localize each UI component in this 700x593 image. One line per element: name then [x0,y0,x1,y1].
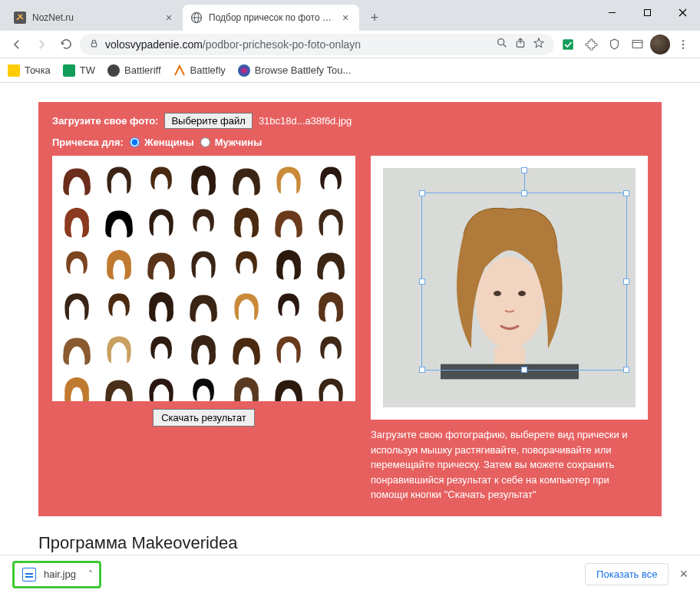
resize-handle[interactable] [521,190,527,196]
resize-handle[interactable] [623,367,629,373]
gender-female-label: Женщины [144,137,194,148]
hair-option[interactable] [226,203,266,242]
resize-handle[interactable] [623,190,629,196]
hair-option[interactable] [312,160,351,199]
hair-option[interactable] [269,245,308,285]
download-chip[interactable]: hair.jpg ˄ [12,561,101,588]
hair-option[interactable] [184,372,223,401]
gender-female-radio[interactable] [130,137,140,147]
resize-handle[interactable] [419,367,425,373]
hair-option[interactable] [142,330,181,369]
hair-option[interactable] [184,203,223,242]
hair-option[interactable] [99,372,138,401]
forward-button[interactable] [31,34,52,55]
hair-option[interactable] [269,160,308,199]
hair-option[interactable] [269,330,308,369]
hair-option[interactable] [142,288,181,327]
hair-option[interactable] [312,330,351,369]
hair-option[interactable] [184,288,223,327]
show-all-downloads-button[interactable]: Показать все [585,563,669,585]
close-icon[interactable]: × [163,12,175,24]
bookmark-item[interactable]: Точка [8,64,51,77]
hair-option[interactable] [226,288,266,327]
choose-file-button[interactable]: Выберите файл [164,113,252,129]
hair-option[interactable] [226,245,266,285]
hair-option[interactable] [57,203,96,242]
bookmark-icon [8,64,20,77]
download-result-button[interactable]: Скачать результат [153,409,255,427]
extension-check-icon[interactable] [557,34,579,55]
hair-option[interactable] [184,160,223,199]
browser-tab-inactive[interactable]: NozNet.ru × [6,5,183,31]
hairstyle-palette[interactable] [52,156,355,401]
hair-option[interactable] [99,245,138,285]
avatar[interactable] [649,34,671,55]
upload-label: Загрузите свое фото: [52,115,158,127]
close-window-button[interactable] [665,0,700,25]
bookmark-icon [238,64,250,77]
reload-button[interactable] [55,34,77,55]
hair-option[interactable] [99,203,138,242]
minimize-button[interactable] [594,0,629,25]
bookmark-item[interactable]: TW [63,64,95,77]
hair-option[interactable] [99,330,138,369]
uploaded-filename: 31bc18d...a38f6d.jpg [259,115,352,127]
hair-option[interactable] [184,245,223,285]
new-tab-button[interactable]: + [364,7,385,28]
hair-option[interactable] [269,372,308,401]
maximize-button[interactable] [629,0,665,25]
photo-canvas[interactable] [383,168,636,407]
lock-icon [89,38,99,51]
hair-option[interactable] [312,288,351,327]
star-icon[interactable] [533,37,545,51]
hair-option[interactable] [57,245,96,285]
hair-option[interactable] [142,245,181,285]
hair-option[interactable] [142,203,181,242]
hair-option[interactable] [184,330,223,369]
close-icon[interactable]: × [339,12,352,24]
resize-handle[interactable] [419,278,425,285]
hair-option[interactable] [57,288,96,327]
address-bar[interactable]: volosvypadenie.com/podbor-prichesok-po-f… [80,34,554,55]
hair-option[interactable] [142,160,181,199]
download-filename: hair.jpg [44,568,76,580]
bookmarks-bar: Точка TW Battleriff Battlefly Browse Bat… [0,58,700,83]
bookmark-item[interactable]: Battleriff [107,64,160,77]
photo-preview [371,156,648,420]
rotate-handle[interactable] [521,167,527,173]
resize-handle[interactable] [521,367,527,373]
bookmark-label: Battlefly [190,64,226,76]
extensions-icon[interactable] [580,34,602,55]
browser-tab-active[interactable]: Подбор причесок по фото онла × [183,5,359,31]
hair-option[interactable] [57,330,96,369]
hair-option[interactable] [57,372,96,401]
hair-option[interactable] [99,160,138,199]
chevron-up-icon[interactable]: ˄ [88,569,93,580]
extension-tab-icon[interactable] [626,34,648,55]
bookmark-item[interactable]: Battlefly [173,64,226,77]
resize-handle[interactable] [623,278,629,285]
search-icon[interactable] [496,37,508,51]
share-icon[interactable] [514,37,527,51]
back-button[interactable] [6,34,28,55]
hair-option[interactable] [142,372,181,401]
bookmark-item[interactable]: Browse Battlefy Tou... [238,64,352,77]
hair-option[interactable] [312,372,351,401]
bookmark-icon [173,64,186,77]
hair-option[interactable] [57,160,96,199]
menu-icon[interactable] [672,34,694,55]
extension-shield-icon[interactable] [603,34,625,55]
gender-male-radio[interactable] [200,137,210,147]
hair-option[interactable] [226,330,266,369]
selection-box[interactable] [421,193,627,371]
hair-option[interactable] [312,203,351,242]
hair-option[interactable] [312,245,351,285]
hair-option[interactable] [226,160,266,199]
hair-option[interactable] [99,288,138,327]
hair-option[interactable] [226,372,266,401]
resize-handle[interactable] [419,190,425,196]
hair-option[interactable] [269,203,308,242]
svg-rect-8 [91,42,97,46]
hair-option[interactable] [269,288,308,327]
close-icon[interactable]: × [679,566,688,582]
